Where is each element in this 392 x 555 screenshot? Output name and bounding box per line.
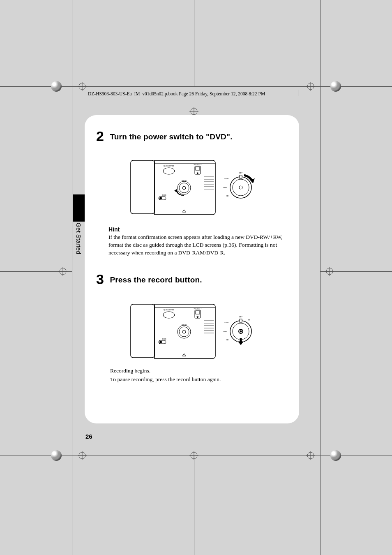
- hint-box: Hint If the format confirmation screen a…: [108, 226, 285, 257]
- step-title: Press the record button.: [110, 275, 202, 284]
- hint-title: Hint: [108, 226, 285, 233]
- svg-text:DVD: DVD: [224, 321, 228, 324]
- body-text: Recording begins. To pause recording, pr…: [110, 367, 287, 384]
- crop-line: [320, 0, 321, 555]
- registration-mark-icon: [306, 82, 315, 91]
- svg-rect-29: [196, 167, 200, 170]
- step-number: 3: [96, 271, 104, 287]
- printer-target-icon: [51, 81, 62, 92]
- crop-line: [194, 456, 194, 555]
- svg-text:PHOTO: PHOTO: [182, 324, 187, 326]
- svg-text:LOCK: LOCK: [162, 338, 166, 340]
- step-3-heading: 3 Press the record button.: [96, 271, 202, 287]
- svg-point-45: [230, 177, 251, 198]
- svg-text:DISC EJECT: DISC EJECT: [194, 164, 202, 166]
- svg-point-36: [159, 197, 162, 199]
- registration-mark-icon: [306, 451, 315, 460]
- step-number: 2: [96, 128, 104, 144]
- svg-text:SD: SD: [226, 195, 229, 197]
- svg-point-33: [182, 186, 186, 190]
- hint-body: If the format confirmation screen appear…: [108, 234, 285, 257]
- registration-mark-icon: [78, 451, 87, 460]
- svg-text:HDD: HDD: [223, 187, 227, 189]
- registration-mark-icon: [189, 107, 198, 116]
- content-card: 2 Turn the power switch to "DVD". QUICK …: [85, 115, 299, 423]
- svg-point-61: [178, 325, 191, 338]
- svg-text:SD: SD: [226, 339, 229, 341]
- printer-target-icon: [330, 450, 341, 461]
- svg-text:OFF: OFF: [239, 172, 243, 174]
- page-background: DZ-HS903-803-US-Ea_IM_v01d05n02.p.book P…: [0, 0, 392, 555]
- body-line: To pause recording, press the record but…: [110, 375, 287, 384]
- svg-text:QUICK START: QUICK START: [164, 165, 174, 167]
- svg-point-63: [182, 330, 186, 333]
- svg-rect-59: [196, 311, 200, 314]
- registration-mark-icon: [189, 451, 198, 460]
- svg-point-66: [159, 341, 162, 343]
- svg-point-77: [240, 331, 242, 333]
- camcorder-illustration: QUICK START DISC EJECT PHOTO LOCK: [130, 292, 265, 362]
- section-label: Let's Get Started: [73, 208, 82, 254]
- crop-line: [72, 86, 320, 87]
- svg-rect-54: [131, 304, 154, 358]
- page-number: 26: [85, 433, 92, 440]
- crop-line: [72, 0, 72, 555]
- registration-mark-icon: [325, 267, 334, 276]
- printer-target-icon: [51, 450, 62, 461]
- registration-mark-icon: [58, 267, 67, 276]
- svg-point-56: [163, 312, 175, 318]
- camcorder-illustration: QUICK START DISC EJECT PHOTO LOCK: [130, 148, 265, 218]
- svg-text:LOCK: LOCK: [162, 194, 166, 196]
- svg-point-47: [239, 186, 242, 189]
- svg-point-62: [179, 327, 189, 337]
- svg-text:HDD: HDD: [223, 331, 227, 333]
- crop-line: [194, 0, 194, 86]
- svg-text:QUICK START: QUICK START: [164, 309, 174, 311]
- step-2-heading: 2 Turn the power switch to "DVD".: [96, 128, 233, 144]
- svg-point-83: [249, 319, 250, 321]
- svg-point-26: [163, 168, 175, 174]
- svg-text:DVD: DVD: [224, 178, 228, 180]
- svg-text:OFF: OFF: [239, 316, 243, 318]
- running-head: DZ-HS903-803-US-Ea_IM_v01d05n02.p.book P…: [88, 91, 265, 96]
- printer-target-icon: [330, 81, 341, 92]
- svg-point-31: [178, 181, 191, 194]
- body-line: Recording begins.: [110, 367, 287, 375]
- svg-rect-48: [240, 175, 242, 178]
- step-title: Turn the power switch to "DVD".: [110, 132, 232, 141]
- svg-rect-78: [240, 319, 242, 322]
- svg-point-32: [179, 183, 189, 193]
- svg-text:PHOTO: PHOTO: [182, 180, 187, 182]
- svg-point-46: [233, 179, 249, 196]
- svg-text:DISC EJECT: DISC EJECT: [194, 308, 202, 310]
- svg-rect-24: [131, 160, 154, 214]
